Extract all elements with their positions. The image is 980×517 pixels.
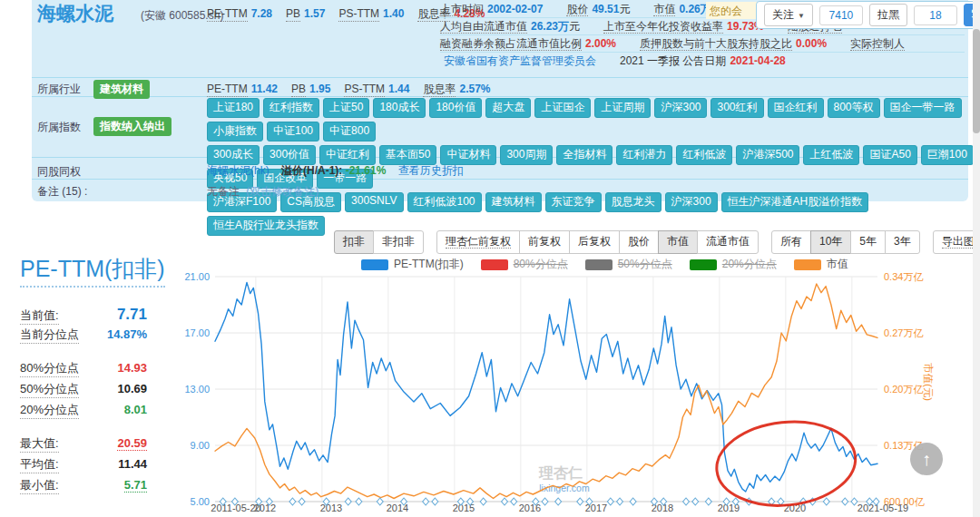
- dividend-event-marker[interactable]: [555, 498, 562, 505]
- index-tag[interactable]: 国证A50: [863, 145, 916, 165]
- index-tag[interactable]: 中证红利: [319, 145, 376, 165]
- dividend-event-marker[interactable]: [345, 498, 351, 505]
- index-tag[interactable]: 全指材料: [556, 145, 612, 165]
- index-tag[interactable]: 800等权: [828, 98, 880, 118]
- toolbar-button[interactable]: 市值: [658, 230, 698, 254]
- index-tag[interactable]: 300周期: [500, 145, 553, 165]
- index-tag[interactable]: 中证材料: [440, 145, 496, 165]
- back-to-top-button[interactable]: ↑: [910, 443, 943, 475]
- arrow-up-icon: ↑: [922, 449, 931, 470]
- legend-item[interactable]: 50%分位点: [585, 257, 672, 272]
- axis-tick-label: 17.00: [184, 327, 210, 338]
- dividend-event-marker[interactable]: [423, 498, 429, 505]
- index-tag[interactable]: 沪港深500: [736, 145, 799, 165]
- index-tag[interactable]: 红利低波100: [407, 192, 482, 212]
- axis-tick-label: 市值(元): [923, 363, 934, 401]
- toolbar-button[interactable]: 10年: [810, 230, 851, 254]
- dividend-event-marker[interactable]: [705, 498, 711, 505]
- index-tag[interactable]: 超大盘: [485, 98, 531, 118]
- index-tag[interactable]: 上证周期: [594, 98, 651, 118]
- info-value: 2021-04-28: [730, 54, 785, 67]
- dividend-event-marker[interactable]: [356, 498, 362, 505]
- pe-trend-chart[interactable]: 21.000.34万亿17.000.27万亿13.000.20万亿9.000.1…: [177, 257, 975, 517]
- toolbar-button[interactable]: 所有: [771, 230, 811, 254]
- dividend-event-marker[interactable]: [842, 498, 848, 505]
- indices-row-label: 所属指数: [37, 120, 81, 135]
- stat-row: 当前值:7.71: [20, 306, 147, 327]
- index-tag[interactable]: 国企红利: [768, 98, 824, 118]
- toolbar-button[interactable]: 3年: [885, 230, 920, 254]
- index-tag[interactable]: 180价值: [429, 98, 482, 118]
- remark-content[interactable]: 无备注 (双击修改备注): [207, 184, 318, 200]
- dividend-event-marker[interactable]: [299, 498, 305, 505]
- index-tag[interactable]: 300成长: [207, 145, 260, 165]
- legend-item[interactable]: 80%分位点: [481, 257, 568, 272]
- toolbar-button[interactable]: 后复权: [569, 230, 620, 254]
- index-tag[interactable]: 红利潜力: [616, 145, 672, 165]
- dividend-event-marker[interactable]: [683, 498, 690, 505]
- index-tag[interactable]: 上红低波: [803, 145, 859, 165]
- index-tag[interactable]: 沪深300: [665, 192, 718, 212]
- index-inout-badge[interactable]: 指数纳入纳出: [93, 117, 172, 136]
- dividend-event-marker[interactable]: [377, 498, 383, 505]
- dividend-event-marker[interactable]: [692, 498, 699, 505]
- hk-stock-link[interactable]: 海螺水泥(hk): [207, 164, 270, 177]
- index-tag[interactable]: 国企一带一路: [884, 98, 962, 118]
- legend-item[interactable]: 市值: [794, 257, 848, 272]
- index-tag[interactable]: 红利低波: [676, 145, 732, 165]
- dividend-event-marker[interactable]: [289, 498, 296, 505]
- toolbar-button[interactable]: 前复权: [519, 230, 570, 254]
- dividend-event-marker[interactable]: [823, 498, 829, 505]
- index-tag[interactable]: 300SNLV: [345, 192, 403, 212]
- index-tag[interactable]: 上证50: [323, 98, 369, 118]
- index-tag[interactable]: 上证180: [207, 98, 260, 118]
- dividend-event-marker[interactable]: [502, 498, 508, 505]
- metric-value: 2.57%: [459, 83, 490, 95]
- toolbar-button[interactable]: 5年: [850, 230, 886, 254]
- dividend-event-marker[interactable]: [630, 498, 636, 505]
- index-tag[interactable]: 小康指数: [207, 122, 263, 141]
- history-discount-link[interactable]: 查看历史折扣: [398, 164, 464, 177]
- index-tag[interactable]: 300价值: [263, 145, 316, 165]
- chart-toolbar: 扣非非扣非理杏仁前复权前复权后复权股价市值流通市值所有10年5年3年导出图片导出…: [334, 230, 980, 254]
- follow-button[interactable]: 关注▼: [764, 4, 813, 26]
- index-tag[interactable]: 中证100: [267, 122, 319, 141]
- index-tag[interactable]: 东证竞争: [545, 192, 602, 212]
- index-tag[interactable]: 300红利: [710, 98, 763, 118]
- legend-item[interactable]: 20%分位点: [690, 257, 777, 272]
- index-tag[interactable]: 恒生A股行业龙头指数: [207, 216, 325, 236]
- toolbar-button[interactable]: 理杏仁前复权: [436, 230, 520, 254]
- index-tag[interactable]: 上证国企: [534, 98, 591, 118]
- dividend-event-marker[interactable]: [577, 498, 583, 505]
- index-tag[interactable]: 巨潮100: [921, 145, 974, 165]
- scrollbar-thumb[interactable]: [973, 29, 980, 133]
- index-tag[interactable]: 基本面50: [379, 145, 436, 165]
- toolbar-button-label: 前复权: [528, 235, 561, 248]
- toolbar-button[interactable]: 非扣非: [373, 230, 424, 254]
- index-tag[interactable]: 恒生沪深港通AH股溢价指数: [721, 192, 869, 212]
- dividend-event-marker[interactable]: [480, 498, 486, 505]
- industry-badge[interactable]: 建筑材料: [93, 80, 150, 99]
- index-tag[interactable]: 建筑材料: [485, 192, 542, 212]
- index-tag[interactable]: 红利指数: [263, 98, 319, 118]
- dividend-event-marker[interactable]: [511, 498, 517, 505]
- metric-item: PS-TTM1.40: [338, 7, 404, 20]
- info-value: 2002-02-07: [487, 3, 543, 15]
- index-tag[interactable]: 股息龙头: [605, 192, 662, 212]
- follow-card: 关注▼ 7410 拉黑 18 写笔记: [756, 1, 980, 29]
- index-tag[interactable]: 180成长: [373, 98, 426, 118]
- pe-stats-panel: PE-TTM(扣非) 当前值:7.71当前分位点14.87%80%分位点14.9…: [20, 254, 198, 498]
- dividend-event-marker[interactable]: [607, 498, 613, 505]
- index-tag[interactable]: 中证800: [323, 122, 376, 141]
- toolbar-button[interactable]: 流通市值: [697, 230, 759, 254]
- legend-item[interactable]: PE-TTM(扣非): [361, 257, 464, 272]
- toolbar-button[interactable]: 股价: [619, 230, 659, 254]
- dividend-event-marker[interactable]: [432, 498, 438, 505]
- dividend-event-marker[interactable]: [542, 498, 548, 505]
- toolbar-button[interactable]: 扣非: [334, 230, 374, 254]
- block-button[interactable]: 拉黑: [869, 4, 907, 26]
- index-tag[interactable]: 沪深300: [654, 98, 707, 118]
- info-value[interactable]: 安徽省国有资产监督管理委员会: [444, 54, 596, 67]
- stat-label: 平均值:: [20, 456, 59, 473]
- dividend-event-marker[interactable]: [617, 498, 623, 505]
